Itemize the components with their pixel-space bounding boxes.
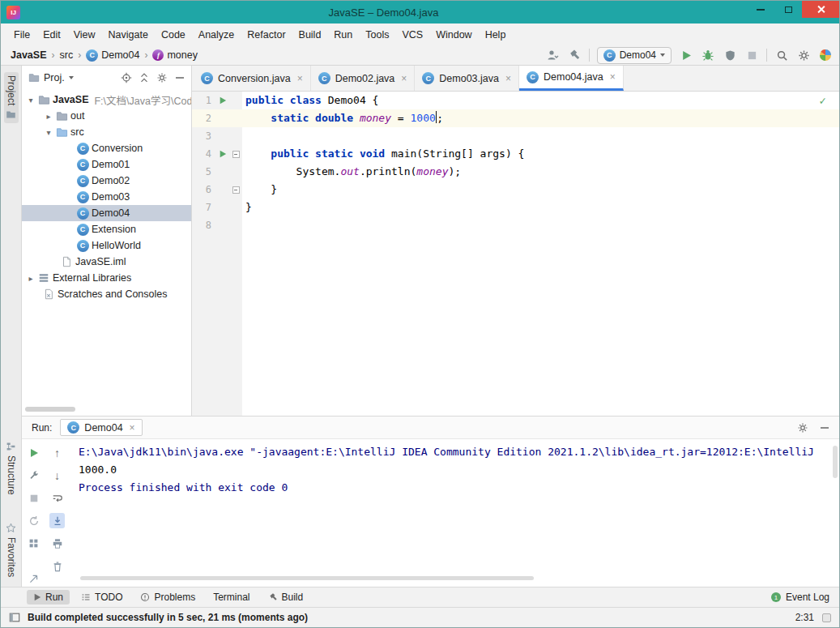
close-tab-icon[interactable]: ×	[130, 422, 135, 434]
close-button[interactable]	[802, 1, 839, 18]
breadcrumb-field[interactable]: money	[152, 49, 198, 61]
run-class-icon[interactable]	[216, 96, 229, 105]
tab-demo04-java[interactable]: Demo04.java ×	[519, 66, 624, 91]
breadcrumb-class[interactable]: Demo04	[86, 49, 139, 62]
chevron-right-icon[interactable]	[25, 274, 36, 283]
menu-help[interactable]: Help	[479, 26, 513, 44]
fold-region-icon[interactable]	[229, 186, 242, 194]
run-configuration-wrench-icon[interactable]	[26, 468, 41, 483]
tree-item-scratches[interactable]: Scratches and Consoles	[22, 286, 191, 302]
search-everywhere-icon[interactable]	[774, 48, 789, 62]
status-indicator-icon[interactable]	[822, 613, 831, 622]
tree-item-javase-root[interactable]: JavaSE F:\文档\Java学习\Cod	[22, 92, 191, 108]
editor-line-current[interactable]: 2 static double money = 1000;	[192, 109, 839, 127]
tree-item-helloworld[interactable]: HelloWorld	[22, 237, 191, 254]
chevron-down-icon[interactable]	[43, 128, 54, 137]
tool-window-button-structure[interactable]: Structure	[4, 438, 19, 498]
editor-line[interactable]: 3	[192, 127, 839, 145]
tree-item-demo04[interactable]: Demo04	[22, 205, 191, 221]
breadcrumb-src[interactable]: src	[59, 49, 73, 61]
run-tab-demo04[interactable]: Demo04 ×	[60, 419, 142, 436]
menu-build[interactable]: Build	[292, 26, 328, 44]
breadcrumb-project[interactable]: JavaSE	[11, 49, 46, 61]
editor-line[interactable]: 7 }	[192, 199, 839, 216]
event-log-button[interactable]: Event Log	[786, 592, 829, 603]
run-button[interactable]	[679, 48, 693, 62]
build-hammer-icon[interactable]	[567, 48, 582, 62]
editor-line[interactable]: 6 }	[192, 181, 839, 199]
tree-item-out[interactable]: out	[22, 108, 191, 124]
locate-file-icon[interactable]	[119, 71, 133, 85]
settings-gear-icon[interactable]	[796, 48, 811, 62]
tab-demo02-java[interactable]: Demo02.java ×	[311, 66, 416, 91]
up-stack-trace-icon[interactable]: ↑	[49, 445, 65, 460]
inspections-ok-icon[interactable]: ✓	[820, 94, 826, 107]
menu-tools[interactable]: Tools	[359, 26, 395, 44]
down-stack-trace-icon[interactable]: ↓	[49, 468, 65, 483]
coverage-button[interactable]	[723, 48, 737, 62]
menu-window[interactable]: Window	[429, 26, 478, 44]
collapse-all-icon[interactable]	[137, 71, 151, 85]
tool-window-button-favorites[interactable]: Favorites	[4, 519, 19, 580]
debug-button[interactable]	[701, 48, 715, 62]
tree-item-javase-iml[interactable]: JavaSE.iml	[22, 254, 191, 270]
menu-vcs[interactable]: VCS	[395, 26, 429, 44]
pin-tab-icon[interactable]	[26, 571, 41, 587]
vertical-scrollbar[interactable]	[833, 446, 838, 478]
tool-window-button-build[interactable]: Build	[262, 590, 310, 605]
close-tab-icon[interactable]: ×	[401, 73, 407, 84]
tree-item-extension[interactable]: Extension	[22, 221, 191, 237]
tool-window-button-terminal[interactable]: Terminal	[207, 590, 256, 605]
restart-icon[interactable]	[26, 513, 41, 528]
print-icon[interactable]	[49, 536, 65, 551]
horizontal-scrollbar[interactable]	[25, 407, 75, 412]
tool-window-button-todo[interactable]: TODO	[75, 590, 129, 605]
tool-window-button-project[interactable]: Project	[4, 72, 19, 123]
rerun-icon[interactable]	[26, 445, 41, 460]
stop-icon[interactable]	[26, 490, 41, 506]
chevron-down-icon[interactable]	[25, 96, 36, 105]
menu-navigate[interactable]: Navigate	[102, 26, 155, 44]
clear-console-trash-icon[interactable]	[49, 558, 65, 574]
editor-line[interactable]: 5 System.out.println(money);	[192, 163, 839, 181]
menu-analyze[interactable]: Analyze	[192, 26, 241, 44]
minimize-button[interactable]	[747, 1, 774, 18]
ide-updates-ball-icon[interactable]	[818, 48, 833, 62]
menu-edit[interactable]: Edit	[36, 26, 67, 44]
tab-demo03-java[interactable]: Demo03.java ×	[415, 66, 519, 91]
caret-position-widget[interactable]: 2:31	[795, 612, 814, 623]
menu-file[interactable]: File	[7, 26, 36, 44]
restore-layout-icon[interactable]	[26, 536, 41, 551]
menu-run[interactable]: Run	[327, 26, 359, 44]
horizontal-scrollbar[interactable]	[80, 576, 534, 580]
title-bar[interactable]: IJ JavaSE – Demo04.java	[1, 1, 839, 23]
build-status-message[interactable]: Build completed successfully in 5 sec, 2…	[28, 612, 308, 623]
run-console[interactable]: E:\Java\jdk11\bin\java.exe "-javaagent:E…	[69, 439, 839, 587]
tree-item-demo02[interactable]: Demo02	[22, 173, 191, 189]
run-main-icon[interactable]	[216, 150, 229, 158]
menu-view[interactable]: View	[67, 26, 102, 44]
tree-item-external-libraries[interactable]: External Libraries	[22, 270, 191, 286]
menu-code[interactable]: Code	[155, 26, 192, 44]
scroll-to-end-icon[interactable]	[49, 513, 65, 528]
user-profile-icon[interactable]	[545, 48, 560, 62]
tree-item-demo01[interactable]: Demo01	[22, 156, 191, 173]
soft-wrap-icon[interactable]	[49, 490, 65, 506]
tool-window-button-problems[interactable]: Problems	[134, 590, 202, 605]
stop-button[interactable]	[744, 48, 759, 62]
chevron-right-icon[interactable]	[43, 112, 54, 121]
tree-item-demo03[interactable]: Demo03	[22, 189, 191, 205]
project-view-selector[interactable]: Proj.	[44, 72, 65, 83]
hide-tool-window-icon[interactable]	[817, 421, 831, 434]
run-settings-gear-icon[interactable]	[795, 421, 809, 434]
tree-item-src[interactable]: src	[22, 124, 191, 140]
fold-region-icon[interactable]	[229, 151, 242, 158]
tab-conversion-java[interactable]: Conversion.java ×	[194, 66, 311, 91]
project-tree[interactable]: JavaSE F:\文档\Java学习\Cod out src	[22, 90, 191, 416]
close-tab-icon[interactable]: ×	[610, 71, 616, 83]
tree-item-conversion[interactable]: Conversion	[22, 140, 191, 156]
chevron-down-icon[interactable]	[69, 76, 74, 79]
run-configuration-select[interactable]: Demo04	[597, 47, 672, 64]
tool-window-button-run[interactable]: Run	[27, 590, 70, 605]
menu-refactor[interactable]: Refactor	[241, 26, 292, 44]
